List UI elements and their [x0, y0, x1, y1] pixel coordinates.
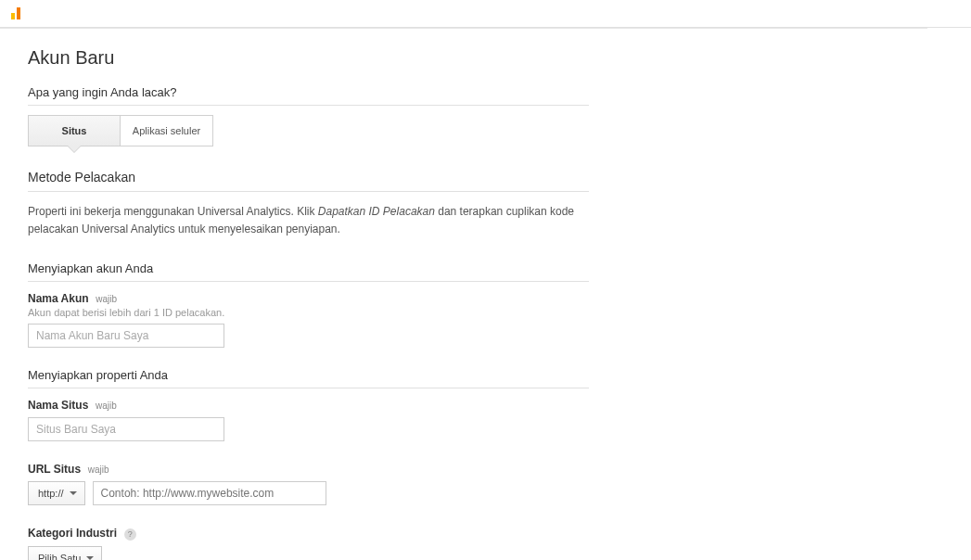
help-icon[interactable]: ? [124, 528, 136, 541]
tab-mobile-app[interactable]: Aplikasi seluler [121, 115, 213, 146]
analytics-logo-icon [9, 6, 24, 23]
tab-website-label: Situs [62, 125, 87, 136]
method-desc-em: Dapatkan ID Pelacakan [318, 205, 435, 218]
account-name-field: Nama Akun wajib Akun dapat berisi lebih … [28, 291, 927, 348]
site-url-input[interactable] [93, 481, 326, 505]
method-heading-wrap: Metode Pelacakan [28, 170, 589, 192]
account-name-label: Nama Akun [28, 292, 89, 305]
account-setup-heading: Menyiapkan akun Anda [28, 261, 589, 282]
account-name-hint: Akun dapat berisi lebih dari 1 ID pelaca… [28, 307, 927, 318]
site-url-field: URL Situs wajib http:// [28, 462, 927, 505]
site-url-label: URL Situs [28, 463, 81, 476]
tab-mobile-app-label: Aplikasi seluler [133, 125, 200, 136]
protocol-select[interactable]: http:// [28, 481, 85, 505]
site-name-label: Nama Situs [28, 399, 88, 412]
svg-rect-1 [17, 7, 20, 19]
site-name-field: Nama Situs wajib [28, 398, 927, 441]
tab-website[interactable]: Situs [28, 115, 121, 146]
main-content: Akun Baru Apa yang ingin Anda lacak? Sit… [0, 28, 927, 560]
method-description: Properti ini bekerja menggunakan Univers… [28, 203, 589, 238]
category-value: Pilih Satu [38, 553, 81, 560]
category-field: Kategori Industri ? Pilih Satu [28, 526, 927, 560]
track-heading: Apa yang ingin Anda lacak? [28, 85, 589, 106]
method-title: Metode Pelacakan [28, 170, 589, 185]
site-url-req: wajib [88, 465, 109, 475]
site-name-input[interactable] [28, 417, 224, 441]
account-name-input[interactable] [28, 324, 224, 348]
method-desc-pre: Properti ini bekerja menggunakan Univers… [28, 205, 318, 218]
category-select[interactable]: Pilih Satu [28, 546, 102, 560]
category-label: Kategori Industri [28, 527, 117, 540]
top-bar [0, 0, 971, 28]
track-tabs: Situs Aplikasi seluler [28, 115, 927, 146]
property-setup-heading: Menyiapkan properti Anda [28, 368, 589, 388]
protocol-value: http:// [38, 488, 64, 499]
site-name-req: wajib [96, 401, 117, 411]
account-name-req: wajib [96, 294, 117, 304]
svg-rect-0 [11, 13, 15, 19]
page-title: Akun Baru [28, 47, 927, 69]
